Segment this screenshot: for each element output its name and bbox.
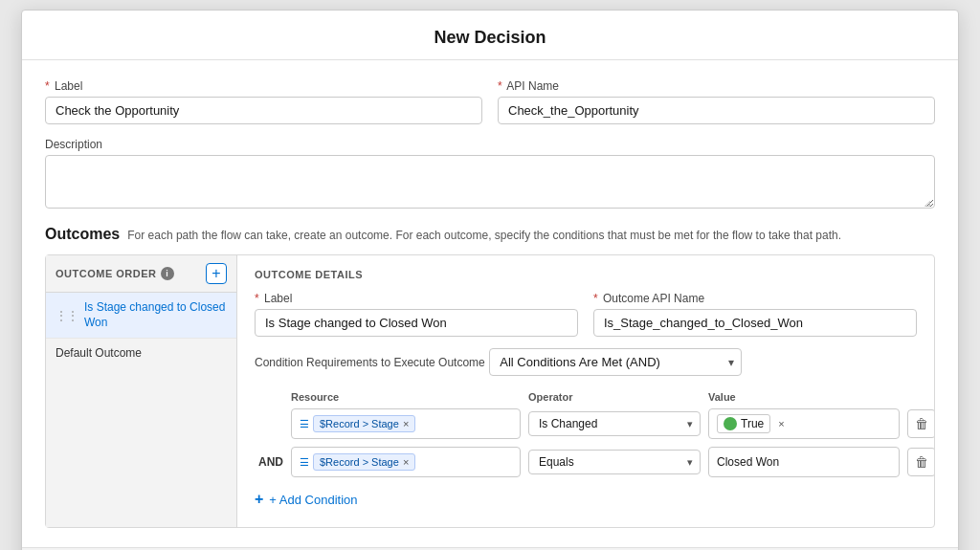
condition-req-select-wrapper: All Conditions Are Met (AND) Any Conditi… [489,348,742,376]
true-icon [724,417,737,430]
row2-resource-text: $Record > Stage [320,456,399,468]
outcomes-title: Outcomes [45,226,120,243]
outcome-api-required-star: * [593,292,598,305]
description-group: Description ⊿ [45,138,935,212]
api-required-star: * [498,79,502,93]
outcomes-desc: For each path the flow can take, create … [127,229,841,242]
outcomes-panel: OUTCOME ORDER i + ⋮⋮ Is Stage changed to… [45,254,935,528]
api-name-group: * API Name [498,79,935,124]
label-required-star: * [45,79,50,93]
condition-row-2: AND ☰ $Record > Stage × Is Changed Equ [255,447,917,477]
row2-resource-pill: $Record > Stage × [313,453,415,471]
outcome-item[interactable]: ⋮⋮ Is Stage changed to Closed Won [46,293,236,339]
row1-delete-button[interactable]: 🗑 [907,409,934,438]
outcome-api-name-group: * Outcome API Name [593,292,917,337]
resource-header: Resource [291,389,521,405]
row1-resource-text: $Record > Stage [320,418,399,429]
spacer-col [255,389,283,405]
action-col [907,389,934,405]
top-form-row: * Label * API Name [45,79,935,124]
modal-title: New Decision [41,28,939,48]
row1-value-text: True [741,417,764,430]
outcome-details-title: OUTCOME DETAILS [255,269,917,280]
condition-req-label: Condition Requirements to Execute Outcom… [255,356,485,369]
row1-resource-icon: ☰ [300,418,309,430]
outcome-order-header: OUTCOME ORDER i + [46,255,236,293]
row2-resource-icon: ☰ [300,456,309,469]
modal-container: New Decision * Label * API Name [21,10,959,550]
api-name-field-label: * API Name [498,79,935,93]
row1-value-remove[interactable]: × [778,418,784,429]
outcome-details-panel: OUTCOME DETAILS * Label * Outcome API Na [237,255,934,527]
add-condition-button[interactable]: + + Add Condition [255,485,358,514]
outcome-order-label-group: OUTCOME ORDER i [56,267,174,280]
api-name-input[interactable] [498,97,935,124]
operator-header: Operator [528,389,701,405]
outcome-order-label: OUTCOME ORDER [56,268,157,279]
default-outcome-item[interactable]: Default Outcome [46,339,236,367]
and-label: AND [255,455,283,469]
row1-operator-select[interactable]: Is Changed Equals Not Equal To Is Null [528,411,701,436]
outcomes-sidebar: OUTCOME ORDER i + ⋮⋮ Is Stage changed to… [46,255,237,527]
row1-operator-wrap: Is Changed Equals Not Equal To Is Null [528,411,701,436]
label-field-label: * Label [45,79,482,93]
drag-icon: ⋮⋮ [56,309,78,322]
row1-resource-remove[interactable]: × [403,418,409,429]
textarea-resize: ⊿ [924,198,931,209]
row2-delete-button[interactable]: 🗑 [907,448,934,476]
row2-trash-icon: 🗑 [915,454,928,470]
row1-resource-input[interactable]: ☰ $Record > Stage × [291,408,521,439]
row2-resource-input[interactable]: ☰ $Record > Stage × [291,447,521,477]
outcomes-header: Outcomes For each path the flow can take… [45,226,935,243]
condition-column-headers: Resource Operator Value [255,389,917,405]
label-group: * Label [45,79,482,124]
outcome-label-label: * Label [255,292,578,305]
row2-resource-remove[interactable]: × [403,456,409,468]
outcome-label-group: * Label [255,292,578,337]
outcome-api-name-input[interactable] [593,309,917,337]
description-textarea[interactable] [45,155,935,209]
value-header: Value [708,389,900,405]
outcome-required-star: * [255,292,259,305]
row2-operator-wrap: Is Changed Equals Not Equal To Is Null [528,450,701,474]
condition-req-group: Condition Requirements to Execute Outcom… [255,348,917,376]
modal-header: New Decision [22,11,958,60]
add-condition-label: + Add Condition [269,493,357,507]
row2-operator-select[interactable]: Is Changed Equals Not Equal To Is Null [528,450,701,474]
row1-true-pill: True [717,414,770,433]
info-icon[interactable]: i [161,267,174,280]
outcome-label-input[interactable] [255,309,578,337]
description-label: Description [45,138,935,151]
conditions-table: Resource Operator Value ☰ $Record > Stag… [255,389,917,477]
outcome-api-label: * Outcome API Name [593,292,917,305]
row1-resource-pill: $Record > Stage × [313,415,415,432]
outcome-label-row: * Label * Outcome API Name [255,292,917,337]
modal-body: * Label * API Name Description ⊿ [22,60,958,547]
condition-row-1: ☰ $Record > Stage × Is Changed Equals No… [255,408,917,439]
row1-value-input[interactable]: True × [708,408,900,439]
label-input[interactable] [45,97,482,124]
outcome-item-label: Is Stage changed to Closed Won [84,300,227,330]
description-row: Description ⊿ [45,138,935,212]
row2-value-text: Closed Won [717,455,779,469]
condition-req-select[interactable]: All Conditions Are Met (AND) Any Conditi… [489,348,742,376]
default-outcome-label: Default Outcome [56,346,142,360]
add-condition-plus-icon: + [255,491,263,508]
row2-value-input[interactable]: Closed Won [708,447,900,477]
add-outcome-button[interactable]: + [206,263,227,284]
row1-trash-icon: 🗑 [915,416,928,431]
